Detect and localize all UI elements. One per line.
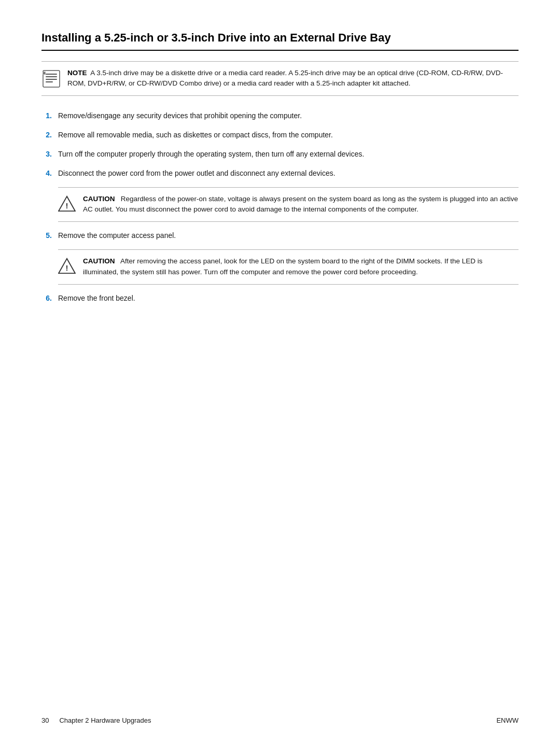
step-6-text: Remove the front bezel. <box>58 293 519 304</box>
note-text: NOTE A 3.5-inch drive may be a diskette … <box>67 68 519 89</box>
step-6: 6. Remove the front bezel. <box>41 289 519 308</box>
steps-list: 1. Remove/disengage any security devices… <box>41 106 519 308</box>
step-4: 4. Disconnect the power cord from the po… <box>41 164 519 183</box>
footer-page-number: 30 <box>41 716 49 724</box>
step-4-text: Disconnect the power cord from the power… <box>58 168 519 179</box>
caution-box-1: ! CAUTION Regardless of the power-on sta… <box>58 187 519 222</box>
svg-rect-4 <box>46 81 53 82</box>
svg-rect-2 <box>46 76 57 77</box>
svg-rect-6 <box>43 72 45 74</box>
note-label: NOTE <box>67 69 87 77</box>
footer-right: ENWW <box>496 716 519 724</box>
svg-text:!: ! <box>65 264 68 273</box>
note-icon <box>41 69 61 89</box>
step-4-number: 4. <box>41 168 52 179</box>
caution-1-content: Regardless of the power-on state, voltag… <box>83 195 518 214</box>
step-5-number: 5. <box>41 230 52 241</box>
svg-text:!: ! <box>65 201 68 210</box>
footer: 30 Chapter 2 Hardware Upgrades ENWW <box>41 716 519 724</box>
footer-chapter: Chapter 2 Hardware Upgrades <box>59 716 151 724</box>
caution-2-text: CAUTION After removing the access panel,… <box>83 256 519 278</box>
caution-triangle-icon-2: ! <box>58 257 76 275</box>
note-content: A 3.5-inch drive may be a diskette drive… <box>67 69 503 87</box>
caution-1-wrapper: ! CAUTION Regardless of the power-on sta… <box>41 187 519 222</box>
caution-2-wrapper: ! CAUTION After removing the access pane… <box>41 249 519 285</box>
step-5-text: Remove the computer access panel. <box>58 230 519 241</box>
footer-left: 30 Chapter 2 Hardware Upgrades <box>41 716 151 724</box>
step-2: 2. Remove all removable media, such as d… <box>41 125 519 145</box>
caution-2-content: After removing the access panel, look fo… <box>83 257 483 276</box>
caution-1-label: CAUTION <box>83 195 115 203</box>
step-6-number: 6. <box>41 293 52 304</box>
caution-triangle-icon-1: ! <box>58 195 76 213</box>
step-3: 3. Turn off the computer properly throug… <box>41 145 519 164</box>
step-5: 5. Remove the computer access panel. <box>41 226 519 245</box>
step-1-number: 1. <box>41 110 52 121</box>
step-3-number: 3. <box>41 149 52 160</box>
step-2-text: Remove all removable media, such as disk… <box>58 130 519 140</box>
svg-rect-3 <box>46 79 57 80</box>
step-1: 1. Remove/disengage any security devices… <box>41 106 519 125</box>
svg-rect-1 <box>46 74 57 75</box>
note-box: NOTE A 3.5-inch drive may be a diskette … <box>41 61 519 96</box>
caution-1-text: CAUTION Regardless of the power-on state… <box>83 194 519 216</box>
caution-box-2: ! CAUTION After removing the access pane… <box>58 249 519 285</box>
caution-2-label: CAUTION <box>83 257 115 265</box>
step-1-text: Remove/disengage any security devices th… <box>58 110 519 121</box>
page-title: Installing a 5.25-inch or 3.5-inch Drive… <box>41 31 519 51</box>
step-3-text: Turn off the computer properly through t… <box>58 149 519 160</box>
step-2-number: 2. <box>41 130 52 140</box>
